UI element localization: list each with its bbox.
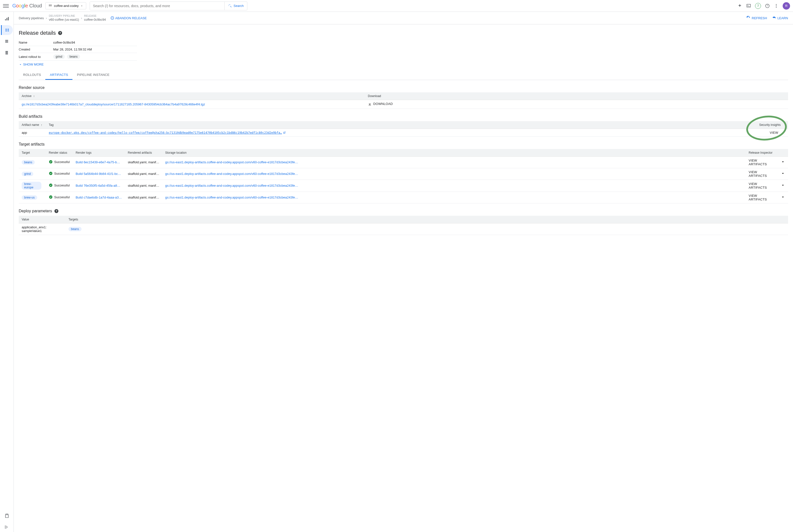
- rail-item-sub2[interactable]: [1, 48, 13, 58]
- tab-rollouts[interactable]: ROLLOUTS: [19, 71, 45, 80]
- render-status: Successful: [49, 171, 70, 175]
- deploy-icon: [4, 16, 10, 21]
- stack-icon: [4, 39, 10, 44]
- chevron-down-icon: [781, 195, 785, 199]
- svg-point-5: [51, 5, 52, 6]
- rail-item-sub1[interactable]: [1, 36, 13, 46]
- view-artifacts-button[interactable]: VIEW ARTIFACTS: [749, 194, 767, 201]
- col-rendered-artifacts: Rendered artifacts: [125, 149, 162, 157]
- view-artifacts-button[interactable]: VIEW ARTIFACTS: [749, 182, 767, 189]
- show-more-button[interactable]: SHOW MORE: [19, 62, 44, 66]
- cancel-icon: [110, 16, 114, 20]
- success-icon: [49, 195, 53, 199]
- col-render-logs: Render logs: [73, 149, 125, 157]
- render-source-table: Archive ↑ Download gs://e1817d3cbea243fe…: [19, 92, 788, 109]
- refresh-button[interactable]: REFRESH: [747, 16, 767, 20]
- view-artifacts-button[interactable]: VIEW ARTIFACTS: [749, 170, 767, 177]
- download-button[interactable]: DOWNLOAD: [368, 102, 393, 106]
- trial-badge[interactable]: 7: [755, 3, 761, 9]
- pipeline-icon: [5, 27, 10, 33]
- archive-link[interactable]: gs://e1817d3cbea243feabe38e7146b017a7_cl…: [22, 102, 205, 106]
- stack2-icon: [4, 50, 10, 55]
- learn-button[interactable]: LEARN: [772, 16, 788, 20]
- storage-link[interactable]: gs://us-east1.deploy-artifacts.coffee-an…: [165, 172, 298, 176]
- kv-rollout-value: grind beans: [53, 53, 137, 61]
- rollout-chip: beans: [67, 54, 80, 59]
- rendered-artifacts: skaffold.yaml, manif…: [125, 168, 162, 179]
- rail-item-marketplace[interactable]: [1, 511, 13, 521]
- artifact-name: app: [19, 129, 46, 136]
- search-button[interactable]: Search: [224, 2, 247, 10]
- artifact-tag-link[interactable]: europe-docker.pkg.dev/coffee-and-codey/h…: [49, 131, 282, 134]
- sort-up-icon: ↑: [41, 124, 42, 126]
- section-build-artifacts: Build artifacts: [19, 114, 788, 119]
- expand-row-button[interactable]: [778, 192, 788, 203]
- account-avatar[interactable]: R: [783, 2, 790, 10]
- svg-point-9: [776, 5, 776, 6]
- rollout-chip: grind: [53, 54, 65, 59]
- target-chip[interactable]: brew-europe: [22, 182, 41, 190]
- cloudshell-icon[interactable]: [746, 3, 751, 8]
- rail-item-product[interactable]: [1, 14, 13, 24]
- tab-artifacts[interactable]: ARTIFACTS: [45, 71, 72, 80]
- breadcrumb-root[interactable]: Delivery pipelines: [19, 16, 44, 20]
- caret-down-icon: [80, 5, 83, 7]
- expand-row-button[interactable]: [778, 156, 788, 168]
- rail-item-pipelines[interactable]: [1, 25, 13, 35]
- clipboard-icon: [4, 513, 10, 518]
- menu-button[interactable]: [3, 3, 9, 9]
- collapse-icon: [4, 525, 10, 530]
- sort-up-icon: ↑: [33, 95, 35, 97]
- chevron-down-icon: [781, 159, 785, 164]
- more-menu-icon[interactable]: [774, 3, 779, 8]
- help-tooltip-icon[interactable]: ?: [58, 31, 62, 35]
- svg-point-1: [50, 4, 51, 5]
- help-tooltip-icon[interactable]: ?: [54, 209, 58, 213]
- page-title: Release details: [19, 30, 56, 36]
- gcp-logo[interactable]: Google Cloud: [12, 3, 42, 8]
- kv-rollout-label: Latest rollout to: [19, 53, 53, 61]
- release-details-table: Name coffee-0c9bc94 Created Mar 28, 2024…: [19, 39, 137, 61]
- view-artifacts-button[interactable]: VIEW ARTIFACTS: [749, 158, 767, 166]
- abandon-release-button[interactable]: ABANDON RELEASE: [110, 16, 147, 20]
- download-icon: [368, 102, 372, 106]
- svg-point-0: [49, 4, 50, 5]
- storage-link[interactable]: gs://us-east1.deploy-artifacts.coffee-an…: [165, 195, 298, 199]
- target-chip[interactable]: brew-us: [22, 195, 37, 200]
- project-picker[interactable]: coffee-and-codey: [45, 2, 86, 10]
- expand-row-button[interactable]: [778, 168, 788, 179]
- breadcrumb-pipeline[interactable]: DELIVERY PIPELINE v60-coffee (us-east1): [49, 14, 79, 22]
- learn-icon: [772, 16, 776, 20]
- svg-point-10: [776, 7, 776, 8]
- target-chip[interactable]: beans: [22, 160, 35, 165]
- col-artifact-name[interactable]: Artifact name ↑: [19, 121, 46, 129]
- search-icon: [228, 4, 232, 8]
- storage-link[interactable]: gs://us-east1.deploy-artifacts.coffee-an…: [165, 184, 298, 187]
- table-row: beansSuccessfulBuild 6ec15439-e6e7-4a75-…: [19, 156, 788, 168]
- target-chip: beans: [69, 227, 81, 231]
- chevron-down-icon: [19, 63, 22, 66]
- svg-point-4: [50, 5, 51, 6]
- rail-item-collapse[interactable]: [1, 522, 13, 532]
- success-icon: [49, 171, 53, 175]
- param-value: application_env1: sampleValue1: [19, 223, 65, 235]
- search-bar: Search: [90, 1, 247, 10]
- help-icon[interactable]: ?: [765, 3, 770, 8]
- storage-link[interactable]: gs://us-east1.deploy-artifacts.coffee-an…: [165, 160, 298, 164]
- target-chip[interactable]: grind: [22, 172, 33, 176]
- waffle-icon: [49, 4, 52, 8]
- render-logs-link[interactable]: Build 6ec15439-e6e7-4a75-b…: [76, 160, 120, 164]
- gemini-icon[interactable]: [737, 3, 742, 8]
- render-logs-link[interactable]: Build c7daebdb-1a7d-4aaa-a3…: [76, 195, 122, 199]
- chevron-right-icon: ›: [81, 16, 82, 20]
- refresh-icon: [747, 16, 750, 20]
- render-status: Successful: [49, 183, 70, 187]
- render-logs-link[interactable]: Build 5a564b44-9b84-41f1-bc…: [76, 172, 121, 176]
- expand-row-button[interactable]: [778, 179, 788, 192]
- search-input[interactable]: [90, 2, 224, 10]
- col-archive[interactable]: Archive ↑: [19, 92, 365, 100]
- view-security-button[interactable]: VIEW: [770, 131, 778, 134]
- tab-pipeline-instance[interactable]: PIPELINE INSTANCE: [72, 71, 114, 80]
- table-row: brew-europeSuccessfulBuild 76e350f5-4a5d…: [19, 179, 788, 192]
- render-logs-link[interactable]: Build 76e350f5-4a5d-45fa-a8…: [76, 184, 120, 187]
